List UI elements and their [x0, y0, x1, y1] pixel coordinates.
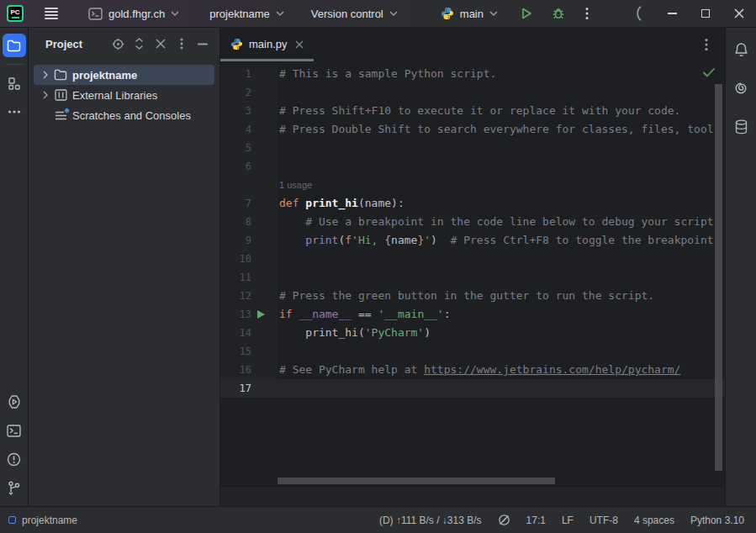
- run-configuration-widget[interactable]: main: [431, 3, 507, 24]
- gutter-cell[interactable]: 4: [220, 120, 278, 139]
- gutter-cell[interactable]: 13: [220, 305, 278, 324]
- main-menu-button[interactable]: [39, 3, 64, 24]
- gutter-cell[interactable]: 17: [220, 379, 278, 398]
- network-traffic-widget[interactable]: (D) ↑111 B/s / ↓313 B/s: [379, 515, 482, 526]
- line-separator-widget[interactable]: LF: [562, 515, 574, 526]
- code-line[interactable]: 9 print(f'Hi, {name}') # Press Ctrl+F8 t…: [220, 231, 725, 250]
- vcs-widget[interactable]: Version control: [302, 3, 407, 24]
- vertical-scrollbar[interactable]: [715, 84, 722, 471]
- code-line[interactable]: 4# Press Double Shift to search everywhe…: [220, 120, 725, 139]
- gutter-cell[interactable]: 10: [220, 250, 278, 268]
- code-text[interactable]: [278, 379, 725, 398]
- code-text[interactable]: # Use a breakpoint in the code line belo…: [278, 213, 725, 231]
- more-toolwindows-button[interactable]: [3, 100, 26, 124]
- statusbar-project-widget[interactable]: projektname: [8, 515, 77, 526]
- code-text[interactable]: [278, 139, 725, 157]
- run-line-icon[interactable]: [256, 309, 266, 319]
- hide-panel-button[interactable]: [192, 34, 213, 54]
- caret-position-widget[interactable]: 17:1: [526, 515, 546, 526]
- code-text[interactable]: 1 usage: [278, 176, 725, 194]
- select-opened-file-button[interactable]: [108, 34, 129, 54]
- encoding-widget[interactable]: UTF-8: [589, 515, 618, 526]
- debug-button[interactable]: [546, 3, 571, 24]
- tree-item-external-libraries[interactable]: External Libraries: [34, 85, 214, 105]
- gutter-cell[interactable]: 16: [220, 361, 278, 379]
- gutter-cell[interactable]: 1: [220, 65, 278, 83]
- database-button[interactable]: [729, 115, 753, 139]
- code-text[interactable]: [278, 250, 725, 268]
- inlay-hint-row[interactable]: 1 usage: [220, 176, 725, 194]
- gutter-cell[interactable]: [220, 176, 278, 194]
- code-editor[interactable]: 1# This is a sample Python script.23# Pr…: [220, 61, 725, 486]
- code-line[interactable]: 10: [220, 250, 725, 268]
- horizontal-scrollbar[interactable]: [278, 478, 555, 484]
- minimize-button[interactable]: [655, 0, 689, 28]
- chevron-right-icon[interactable]: [39, 91, 52, 99]
- code-line[interactable]: 8 # Use a breakpoint in the code line be…: [220, 213, 725, 231]
- code-text[interactable]: [278, 268, 725, 287]
- code-text[interactable]: print(f'Hi, {name}') # Press Ctrl+F8 to …: [278, 231, 725, 250]
- git-toolwindow-button[interactable]: [3, 476, 26, 499]
- collapse-all-button[interactable]: [150, 34, 171, 54]
- code-line[interactable]: 13if __name__ == '__main__':: [220, 305, 725, 324]
- structure-toolwindow-button[interactable]: [3, 71, 26, 95]
- inspections-widget[interactable]: [498, 514, 510, 526]
- module-widget[interactable]: projektname: [200, 3, 293, 24]
- maximize-button[interactable]: [689, 0, 722, 28]
- services-toolwindow-button[interactable]: [3, 390, 26, 414]
- code-text[interactable]: # This is a sample Python script.: [278, 65, 725, 83]
- code-text[interactable]: if __name__ == '__main__':: [278, 305, 725, 324]
- gutter-cell[interactable]: 8: [220, 213, 278, 231]
- gutter-cell[interactable]: 9: [220, 231, 278, 250]
- editor-options-button[interactable]: [695, 34, 716, 55]
- code-line[interactable]: 17: [220, 379, 725, 398]
- gutter-cell[interactable]: 14: [220, 324, 278, 342]
- code-text[interactable]: # Press the green button in the gutter t…: [278, 287, 725, 305]
- code-text[interactable]: [278, 342, 725, 361]
- project-switcher[interactable]: gold.fhgr.ch: [79, 3, 188, 24]
- code-line[interactable]: 15: [220, 342, 725, 361]
- code-text[interactable]: # Press Double Shift to search everywher…: [278, 120, 725, 139]
- code-line[interactable]: 12# Press the green button in the gutter…: [220, 287, 725, 305]
- gutter-cell[interactable]: 12: [220, 287, 278, 305]
- gutter-cell[interactable]: 2: [220, 83, 278, 102]
- expand-collapse-button[interactable]: [129, 34, 150, 54]
- close-button[interactable]: [722, 0, 756, 28]
- terminal-toolwindow-button[interactable]: [3, 419, 26, 442]
- usage-inlay-hint[interactable]: 1 usage: [279, 180, 312, 190]
- code-text[interactable]: [278, 83, 725, 102]
- project-toolwindow-button[interactable]: [3, 34, 26, 57]
- indent-widget[interactable]: 4 spaces: [634, 515, 674, 526]
- window-shade-button[interactable]: [621, 0, 655, 28]
- tab-main-py[interactable]: main.py: [220, 28, 314, 61]
- more-actions-button[interactable]: [574, 3, 600, 24]
- tree-item-scratches[interactable]: Scratches and Consoles: [34, 105, 214, 125]
- code-line[interactable]: 2: [220, 83, 725, 102]
- ai-assistant-button[interactable]: [729, 77, 753, 100]
- code-line[interactable]: 3# Press Shift+F10 to execute it or repl…: [220, 102, 725, 120]
- gutter-cell[interactable]: 6: [220, 157, 278, 176]
- code-line[interactable]: 1# This is a sample Python script.: [220, 65, 725, 83]
- code-text[interactable]: [278, 157, 725, 176]
- tab-close-icon[interactable]: [295, 40, 304, 49]
- gutter-cell[interactable]: 7: [220, 194, 278, 213]
- code-line[interactable]: 16# See PyCharm help at https://www.jetb…: [220, 361, 725, 379]
- gutter-cell[interactable]: 3: [220, 102, 278, 120]
- problems-toolwindow-button[interactable]: [3, 447, 26, 471]
- tree-item-projektname[interactable]: projektname: [34, 65, 214, 85]
- code-line[interactable]: 6: [220, 157, 725, 176]
- code-text[interactable]: def print_hi(name):: [278, 194, 725, 213]
- gutter-cell[interactable]: 11: [220, 268, 278, 287]
- chevron-right-icon[interactable]: [39, 71, 52, 79]
- code-text[interactable]: # Press Shift+F10 to execute it or repla…: [278, 102, 725, 120]
- notifications-button[interactable]: [729, 38, 753, 61]
- gutter-cell[interactable]: 15: [220, 342, 278, 361]
- code-line[interactable]: 14 print_hi('PyCharm'): [220, 324, 725, 342]
- run-button[interactable]: [514, 3, 539, 24]
- code-line[interactable]: 5: [220, 139, 725, 157]
- code-text[interactable]: print_hi('PyCharm'): [278, 324, 725, 342]
- code-text[interactable]: # See PyCharm help at https://www.jetbra…: [278, 361, 725, 379]
- code-line[interactable]: 7def print_hi(name):: [220, 194, 725, 213]
- panel-options-button[interactable]: [171, 34, 192, 54]
- code-line[interactable]: 11: [220, 268, 725, 287]
